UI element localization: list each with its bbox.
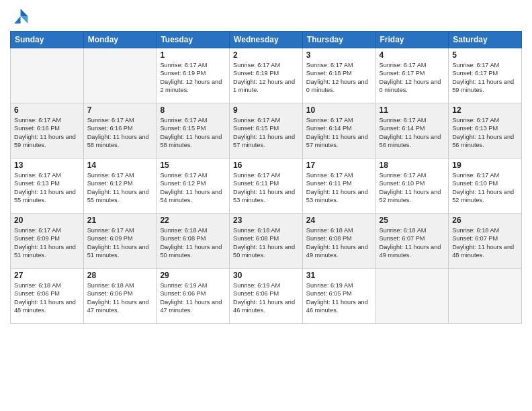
day-number: 31: [306, 271, 372, 280]
day-number: 10: [306, 105, 372, 115]
cell-sun-info: Sunrise: 6:17 AM Sunset: 6:18 PM Dayligh…: [306, 61, 372, 95]
day-number: 24: [306, 216, 372, 225]
calendar-cell: 21Sunrise: 6:17 AM Sunset: 6:09 PM Dayli…: [83, 214, 157, 269]
cell-sun-info: Sunrise: 6:17 AM Sunset: 6:17 PM Dayligh…: [452, 61, 518, 95]
cell-sun-info: Sunrise: 6:17 AM Sunset: 6:19 PM Dayligh…: [160, 61, 226, 95]
day-number: 28: [87, 271, 153, 280]
calendar-week-row: 1Sunrise: 6:17 AM Sunset: 6:19 PM Daylig…: [11, 48, 522, 103]
cell-sun-info: Sunrise: 6:17 AM Sunset: 6:15 PM Dayligh…: [233, 116, 299, 150]
day-number: 11: [380, 105, 445, 115]
col-header-friday: Friday: [375, 32, 449, 48]
day-number: 12: [452, 105, 518, 115]
col-header-thursday: Thursday: [302, 32, 375, 48]
day-number: 22: [160, 216, 226, 225]
calendar-cell: 8Sunrise: 6:17 AM Sunset: 6:15 PM Daylig…: [157, 103, 230, 158]
cell-sun-info: Sunrise: 6:18 AM Sunset: 6:06 PM Dayligh…: [87, 281, 153, 315]
cell-sun-info: Sunrise: 6:17 AM Sunset: 6:14 PM Dayligh…: [380, 116, 445, 150]
calendar-week-row: 6Sunrise: 6:17 AM Sunset: 6:16 PM Daylig…: [11, 103, 522, 158]
calendar-table: SundayMondayTuesdayWednesdayThursdayFrid…: [10, 31, 522, 324]
day-number: 3: [306, 50, 372, 60]
day-number: 9: [233, 105, 299, 115]
cell-sun-info: Sunrise: 6:17 AM Sunset: 6:14 PM Dayligh…: [306, 116, 372, 150]
cell-sun-info: Sunrise: 6:19 AM Sunset: 6:05 PM Dayligh…: [306, 281, 372, 315]
calendar-cell: 19Sunrise: 6:17 AM Sunset: 6:10 PM Dayli…: [449, 158, 522, 214]
calendar-cell: 7Sunrise: 6:17 AM Sunset: 6:16 PM Daylig…: [83, 103, 157, 158]
day-number: 18: [380, 161, 445, 170]
day-number: 20: [14, 216, 80, 225]
cell-sun-info: Sunrise: 6:17 AM Sunset: 6:16 PM Dayligh…: [14, 116, 80, 150]
cell-sun-info: Sunrise: 6:18 AM Sunset: 6:07 PM Dayligh…: [380, 226, 445, 260]
calendar-cell: 14Sunrise: 6:17 AM Sunset: 6:12 PM Dayli…: [83, 158, 157, 214]
calendar-cell: 4Sunrise: 6:17 AM Sunset: 6:17 PM Daylig…: [375, 48, 449, 103]
cell-sun-info: Sunrise: 6:17 AM Sunset: 6:16 PM Dayligh…: [87, 116, 153, 150]
day-number: 19: [452, 161, 518, 170]
day-number: 25: [380, 216, 445, 225]
day-number: 23: [233, 216, 299, 225]
calendar-cell: 28Sunrise: 6:18 AM Sunset: 6:06 PM Dayli…: [83, 269, 157, 324]
calendar-cell: 30Sunrise: 6:19 AM Sunset: 6:06 PM Dayli…: [230, 269, 303, 324]
calendar-week-row: 20Sunrise: 6:17 AM Sunset: 6:09 PM Dayli…: [11, 214, 522, 269]
day-number: 13: [14, 161, 80, 170]
cell-sun-info: Sunrise: 6:17 AM Sunset: 6:09 PM Dayligh…: [87, 226, 153, 260]
calendar-cell: 26Sunrise: 6:18 AM Sunset: 6:07 PM Dayli…: [449, 214, 522, 269]
header: [10, 7, 522, 26]
day-number: 4: [380, 50, 445, 60]
calendar-week-row: 27Sunrise: 6:18 AM Sunset: 6:06 PM Dayli…: [11, 269, 522, 324]
calendar-cell: 20Sunrise: 6:17 AM Sunset: 6:09 PM Dayli…: [11, 214, 84, 269]
col-header-tuesday: Tuesday: [157, 32, 230, 48]
calendar-cell: 24Sunrise: 6:18 AM Sunset: 6:08 PM Dayli…: [302, 214, 375, 269]
cell-sun-info: Sunrise: 6:18 AM Sunset: 6:08 PM Dayligh…: [306, 226, 372, 260]
calendar-cell: 6Sunrise: 6:17 AM Sunset: 6:16 PM Daylig…: [11, 103, 84, 158]
calendar-cell: 13Sunrise: 6:17 AM Sunset: 6:13 PM Dayli…: [11, 158, 84, 214]
cell-sun-info: Sunrise: 6:18 AM Sunset: 6:07 PM Dayligh…: [452, 226, 518, 260]
cell-sun-info: Sunrise: 6:17 AM Sunset: 6:17 PM Dayligh…: [380, 61, 445, 95]
cell-sun-info: Sunrise: 6:18 AM Sunset: 6:08 PM Dayligh…: [233, 226, 299, 260]
col-header-sunday: Sunday: [11, 32, 84, 48]
col-header-monday: Monday: [83, 32, 157, 48]
day-number: 1: [160, 50, 226, 60]
cell-sun-info: Sunrise: 6:19 AM Sunset: 6:06 PM Dayligh…: [160, 281, 226, 315]
calendar-week-row: 13Sunrise: 6:17 AM Sunset: 6:13 PM Dayli…: [11, 158, 522, 214]
cell-sun-info: Sunrise: 6:18 AM Sunset: 6:08 PM Dayligh…: [160, 226, 226, 260]
calendar-cell: 17Sunrise: 6:17 AM Sunset: 6:11 PM Dayli…: [302, 158, 375, 214]
day-number: 26: [452, 216, 518, 225]
calendar-cell: [11, 48, 84, 103]
calendar-cell: [449, 269, 522, 324]
calendar-header-row: SundayMondayTuesdayWednesdayThursdayFrid…: [11, 32, 522, 48]
cell-sun-info: Sunrise: 6:17 AM Sunset: 6:10 PM Dayligh…: [380, 171, 445, 205]
cell-sun-info: Sunrise: 6:17 AM Sunset: 6:11 PM Dayligh…: [306, 171, 372, 205]
calendar-cell: 5Sunrise: 6:17 AM Sunset: 6:17 PM Daylig…: [449, 48, 522, 103]
calendar-cell: 25Sunrise: 6:18 AM Sunset: 6:07 PM Dayli…: [375, 214, 449, 269]
calendar-cell: 10Sunrise: 6:17 AM Sunset: 6:14 PM Dayli…: [302, 103, 375, 158]
svg-marker-2: [14, 16, 20, 24]
logo-icon: [10, 7, 29, 26]
day-number: 2: [233, 50, 299, 60]
cell-sun-info: Sunrise: 6:17 AM Sunset: 6:13 PM Dayligh…: [452, 116, 518, 150]
day-number: 21: [87, 216, 153, 225]
cell-sun-info: Sunrise: 6:17 AM Sunset: 6:19 PM Dayligh…: [233, 61, 299, 95]
calendar-cell: 9Sunrise: 6:17 AM Sunset: 6:15 PM Daylig…: [230, 103, 303, 158]
cell-sun-info: Sunrise: 6:17 AM Sunset: 6:13 PM Dayligh…: [14, 171, 80, 205]
calendar-cell: [375, 269, 449, 324]
page: SundayMondayTuesdayWednesdayThursdayFrid…: [0, 0, 532, 411]
calendar-cell: 22Sunrise: 6:18 AM Sunset: 6:08 PM Dayli…: [157, 214, 230, 269]
calendar-cell: 18Sunrise: 6:17 AM Sunset: 6:10 PM Dayli…: [375, 158, 449, 214]
calendar-cell: 11Sunrise: 6:17 AM Sunset: 6:14 PM Dayli…: [375, 103, 449, 158]
calendar-cell: 2Sunrise: 6:17 AM Sunset: 6:19 PM Daylig…: [230, 48, 303, 103]
day-number: 14: [87, 161, 153, 170]
svg-marker-0: [21, 9, 28, 16]
day-number: 8: [160, 105, 226, 115]
col-header-wednesday: Wednesday: [230, 32, 303, 48]
calendar-cell: 1Sunrise: 6:17 AM Sunset: 6:19 PM Daylig…: [157, 48, 230, 103]
calendar-cell: 16Sunrise: 6:17 AM Sunset: 6:11 PM Dayli…: [230, 158, 303, 214]
cell-sun-info: Sunrise: 6:17 AM Sunset: 6:10 PM Dayligh…: [452, 171, 518, 205]
day-number: 30: [233, 271, 299, 280]
calendar-cell: 27Sunrise: 6:18 AM Sunset: 6:06 PM Dayli…: [11, 269, 84, 324]
cell-sun-info: Sunrise: 6:17 AM Sunset: 6:09 PM Dayligh…: [14, 226, 80, 260]
calendar-cell: 29Sunrise: 6:19 AM Sunset: 6:06 PM Dayli…: [157, 269, 230, 324]
cell-sun-info: Sunrise: 6:17 AM Sunset: 6:15 PM Dayligh…: [160, 116, 226, 150]
calendar-cell: 15Sunrise: 6:17 AM Sunset: 6:12 PM Dayli…: [157, 158, 230, 214]
calendar-cell: 12Sunrise: 6:17 AM Sunset: 6:13 PM Dayli…: [449, 103, 522, 158]
day-number: 6: [14, 105, 80, 115]
day-number: 15: [160, 161, 226, 170]
